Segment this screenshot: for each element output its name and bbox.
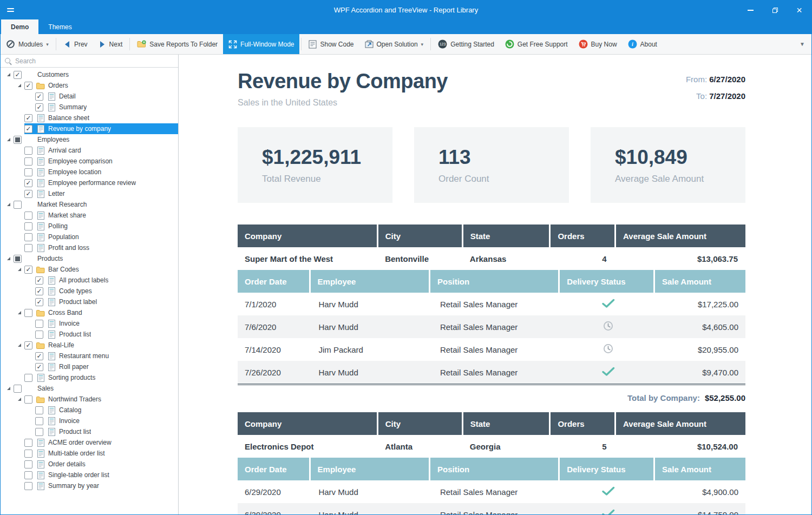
checkbox-on[interactable]	[24, 125, 32, 133]
tree-item-profit-and-loss[interactable]: Profit and loss	[1, 242, 178, 253]
tree-item-market-share[interactable]: Market share	[1, 210, 178, 221]
checkbox-off[interactable]	[24, 222, 32, 230]
checkbox-on[interactable]	[24, 179, 32, 187]
checkbox-on[interactable]	[14, 71, 22, 79]
tree-item-invoice[interactable]: Invoice	[1, 415, 178, 426]
tree-item-code-types[interactable]: Code types	[1, 286, 178, 296]
checkbox-partial[interactable]	[14, 255, 22, 263]
tab-demo[interactable]: Demo	[1, 19, 38, 34]
modules-button[interactable]: Modules ▾	[1, 34, 54, 54]
expander-icon[interactable]	[15, 264, 24, 275]
close-button[interactable]: ×	[787, 1, 811, 19]
tree-item-restaurant-menu[interactable]: Restaurant menu	[1, 351, 178, 361]
tree-item-polling[interactable]: Polling	[1, 221, 178, 232]
save-reports-button[interactable]: Save Reports To Folder	[132, 34, 223, 54]
tree-item-northwind-traders[interactable]: Northwind Traders	[1, 394, 178, 405]
checkbox-off[interactable]	[24, 450, 32, 458]
checkbox-off[interactable]	[35, 428, 43, 436]
tree-item-arrival-card[interactable]: Arrival card	[1, 145, 178, 156]
tree-item-real-life[interactable]: Real-Life	[1, 340, 178, 351]
checkbox-off[interactable]	[24, 374, 32, 382]
checkbox-on[interactable]	[24, 266, 32, 274]
app-menu-icon[interactable]	[7, 8, 14, 12]
get-free-support-button[interactable]: Get Free Support	[500, 34, 573, 54]
checkbox-off[interactable]	[14, 201, 22, 209]
tree-item-employee-comparison[interactable]: Employee comparison	[1, 156, 178, 167]
tree-item-balance-sheet[interactable]: Balance sheet	[1, 113, 178, 123]
checkbox-off[interactable]	[14, 385, 22, 393]
checkbox-on[interactable]	[35, 298, 43, 306]
tree-item-catalog[interactable]: Catalog	[1, 405, 178, 415]
checkbox-on[interactable]	[35, 363, 43, 371]
checkbox-off[interactable]	[35, 406, 43, 414]
tree-item-all-product-labels[interactable]: All product labels	[1, 275, 178, 286]
tree-item-order-details[interactable]: Order details	[1, 459, 178, 470]
checkbox-off[interactable]	[24, 147, 32, 155]
tree-item-population[interactable]: Population	[1, 232, 178, 242]
tree-item-product-list[interactable]: Product list	[1, 329, 178, 340]
minimize-button[interactable]	[738, 1, 763, 19]
restore-button[interactable]	[763, 1, 787, 19]
expander-icon[interactable]	[15, 307, 24, 318]
expander-icon[interactable]	[4, 134, 14, 145]
tree-item-cross-band[interactable]: Cross Band	[1, 307, 178, 318]
tree-item-sorting-products[interactable]: Sorting products	[1, 372, 178, 383]
tree-item-acme-order-overview[interactable]: ACME order overview	[1, 437, 178, 448]
checkbox-off[interactable]	[24, 168, 32, 176]
checkbox-off[interactable]	[24, 482, 32, 490]
tree-item-sales[interactable]: Sales	[1, 383, 178, 394]
tree-item-revenue-by-company[interactable]: Revenue by company	[1, 123, 178, 134]
checkbox-on[interactable]	[24, 341, 32, 349]
checkbox-off[interactable]	[35, 417, 43, 425]
checkbox-on[interactable]	[35, 287, 43, 295]
checkbox-on[interactable]	[35, 93, 43, 101]
tree-item-orders[interactable]: Orders	[1, 80, 178, 91]
tree-item-product-list[interactable]: Product list	[1, 426, 178, 437]
checkbox-on[interactable]	[24, 190, 32, 198]
checkbox-off[interactable]	[35, 331, 43, 339]
tab-themes[interactable]: Themes	[38, 19, 81, 34]
tree-item-roll-paper[interactable]: Roll paper	[1, 361, 178, 372]
open-solution-button[interactable]: Open Solution ▾	[359, 34, 429, 54]
tree-item-bar-codes[interactable]: Bar Codes	[1, 264, 178, 275]
checkbox-off[interactable]	[24, 244, 32, 252]
search-input[interactable]	[15, 57, 174, 65]
checkbox-on[interactable]	[35, 103, 43, 111]
checkbox-on[interactable]	[24, 82, 32, 90]
checkbox-off[interactable]	[24, 212, 32, 220]
checkbox-off[interactable]	[35, 320, 43, 328]
getting-started-button[interactable]: 123 Getting Started	[433, 34, 500, 54]
tree-item-employee-performance-review[interactable]: Employee performance review	[1, 177, 178, 188]
buy-now-button[interactable]: Buy Now	[573, 34, 623, 54]
checkbox-partial[interactable]	[14, 136, 22, 144]
tree-item-product-label[interactable]: Product label	[1, 296, 178, 307]
tree-item-single-table-order-list[interactable]: Single-table order list	[1, 470, 178, 480]
tree-item-employee-location[interactable]: Employee location	[1, 167, 178, 177]
tree-item-multi-table-order-list[interactable]: Multi-table order list	[1, 448, 178, 459]
expander-icon[interactable]	[4, 383, 14, 394]
full-window-mode-button[interactable]: Full-Window Mode	[223, 34, 299, 54]
checkbox-off[interactable]	[24, 460, 32, 468]
tree-item-invoice[interactable]: Invoice	[1, 318, 178, 329]
checkbox-off[interactable]	[24, 471, 32, 479]
expander-icon[interactable]	[4, 199, 14, 210]
checkbox-off[interactable]	[24, 395, 32, 404]
tree-item-summary[interactable]: Summary	[1, 102, 178, 113]
expander-icon[interactable]	[4, 69, 14, 80]
tree-item-market-research[interactable]: Market Research	[1, 199, 178, 210]
tree-item-detail[interactable]: Detail	[1, 91, 178, 102]
tree-item-employees[interactable]: Employees	[1, 134, 178, 145]
expander-icon[interactable]	[15, 80, 24, 91]
tree-item-summary-by-year[interactable]: Summary by year	[1, 480, 178, 491]
toolbar-overflow-button[interactable]: ▼	[793, 34, 811, 54]
about-button[interactable]: i About	[623, 34, 663, 54]
expander-icon[interactable]	[15, 340, 24, 351]
checkbox-off[interactable]	[24, 309, 32, 317]
show-code-button[interactable]: Show Code	[303, 34, 359, 54]
checkbox-on[interactable]	[24, 114, 32, 122]
checkbox-on[interactable]	[35, 276, 43, 285]
checkbox-on[interactable]	[35, 352, 43, 360]
tree-item-products[interactable]: Products	[1, 253, 178, 264]
expander-icon[interactable]	[4, 253, 14, 264]
expander-icon[interactable]	[15, 394, 24, 405]
